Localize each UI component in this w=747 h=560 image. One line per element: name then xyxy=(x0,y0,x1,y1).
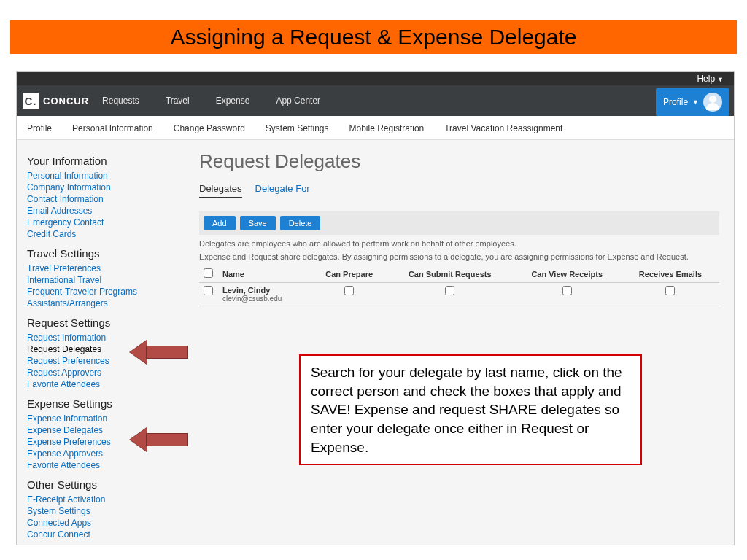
add-button[interactable]: Add xyxy=(204,216,236,230)
row-select-checkbox[interactable] xyxy=(204,286,213,295)
link-emergency-contact[interactable]: Emergency Contact xyxy=(27,217,185,228)
cell-name: Levin, Cindy clevin@csusb.edu xyxy=(218,283,311,306)
heading-travel-settings: Travel Settings xyxy=(27,247,185,260)
subnav-mobile-registration[interactable]: Mobile Registration xyxy=(349,123,425,133)
helper-text-1: Delegates are employees who are allowed … xyxy=(199,239,719,248)
nav-app-center[interactable]: App Center xyxy=(263,96,333,106)
link-email-addresses[interactable]: Email Addresses xyxy=(27,205,185,217)
heading-other-settings: Other Settings xyxy=(27,478,185,491)
link-company-information[interactable]: Company Information xyxy=(27,182,185,193)
tab-delegate-for[interactable]: Delegate For xyxy=(255,183,310,198)
receives-emails-checkbox[interactable] xyxy=(665,286,675,295)
concur-logo-icon: C. xyxy=(23,93,39,109)
link-frequent-traveler-programs[interactable]: Frequent-Traveler Programs xyxy=(27,286,185,298)
subnav-system-settings[interactable]: System Settings xyxy=(266,123,329,133)
help-bar: Help▼ xyxy=(17,72,734,85)
page-title: Request Delegates xyxy=(199,150,719,173)
content-area: Your Information Personal Information Co… xyxy=(17,140,734,545)
table-header-row: Name Can Prepare Can Submit Requests Can… xyxy=(199,265,719,283)
delete-button[interactable]: Delete xyxy=(280,216,321,230)
link-credit-cards[interactable]: Credit Cards xyxy=(27,228,185,240)
select-all-checkbox[interactable] xyxy=(204,268,213,278)
subnav-personal-information[interactable]: Personal Information xyxy=(72,123,153,133)
link-expense-favorite-attendees[interactable]: Favorite Attendees xyxy=(27,459,185,471)
link-request-approvers[interactable]: Request Approvers xyxy=(27,367,185,378)
col-can-submit: Can Submit Requests xyxy=(387,265,512,283)
link-system-settings[interactable]: System Settings xyxy=(27,505,185,517)
heading-expense-settings: Expense Settings xyxy=(27,397,185,410)
can-prepare-checkbox[interactable] xyxy=(344,286,354,295)
button-row: Add Save Delete xyxy=(199,211,719,235)
brand-text: CONCUR xyxy=(43,96,89,106)
arrow-expense-delegates xyxy=(130,427,188,452)
col-name: Name xyxy=(218,265,311,283)
subnav-profile[interactable]: Profile xyxy=(27,123,52,133)
top-nav: C. CONCUR Requests Travel Expense App Ce… xyxy=(17,85,734,116)
link-personal-information[interactable]: Personal Information xyxy=(27,170,185,182)
tab-delegates[interactable]: Delegates xyxy=(199,183,242,198)
delegate-name: Levin, Cindy xyxy=(222,286,270,295)
heading-request-settings: Request Settings xyxy=(27,316,185,329)
nav-travel[interactable]: Travel xyxy=(152,96,203,106)
slide-title: Assigning a Request & Expense Delegate xyxy=(10,20,737,54)
tabs: Delegates Delegate For xyxy=(199,183,719,198)
link-international-travel[interactable]: International Travel xyxy=(27,274,185,286)
avatar-icon xyxy=(703,93,722,112)
help-menu[interactable]: Help▼ xyxy=(697,74,724,84)
col-receives-emails: Receives Emails xyxy=(622,265,719,283)
arrow-request-delegates xyxy=(130,340,188,365)
col-can-view-receipts: Can View Receipts xyxy=(512,265,622,283)
can-submit-checkbox[interactable] xyxy=(445,286,454,295)
nav-requests[interactable]: Requests xyxy=(89,96,152,106)
instruction-callout: Search for your delegate by last name, c… xyxy=(299,354,642,465)
delegate-email: clevin@csusb.edu xyxy=(222,295,306,303)
link-ereceipt-activation[interactable]: E-Receipt Activation xyxy=(27,494,185,505)
nav-expense[interactable]: Expense xyxy=(203,96,263,106)
link-connected-apps[interactable]: Connected Apps xyxy=(27,517,185,529)
col-can-prepare: Can Prepare xyxy=(311,265,387,283)
link-contact-information[interactable]: Contact Information xyxy=(27,193,185,205)
link-concur-connect[interactable]: Concur Connect xyxy=(27,529,185,540)
delegates-table: Name Can Prepare Can Submit Requests Can… xyxy=(199,265,719,306)
sub-nav: Profile Personal Information Change Pass… xyxy=(17,116,734,140)
concur-window: Help▼ C. CONCUR Requests Travel Expense … xyxy=(16,71,735,545)
save-button[interactable]: Save xyxy=(240,216,276,230)
link-travel-preferences[interactable]: Travel Preferences xyxy=(27,262,185,274)
heading-your-information: Your Information xyxy=(27,155,185,167)
main-panel: Request Delegates Delegates Delegate For… xyxy=(185,140,734,545)
table-row: Levin, Cindy clevin@csusb.edu xyxy=(199,283,719,306)
helper-text-2: Expense and Request share delegates. By … xyxy=(199,252,719,261)
link-request-favorite-attendees[interactable]: Favorite Attendees xyxy=(27,378,185,390)
link-expense-information[interactable]: Expense Information xyxy=(27,413,185,424)
link-assistants-arrangers[interactable]: Assistants/Arrangers xyxy=(27,298,185,309)
subnav-change-password[interactable]: Change Password xyxy=(174,123,245,133)
concur-logo[interactable]: C. CONCUR xyxy=(23,93,89,109)
profile-button[interactable]: Profile▼ xyxy=(656,88,729,116)
can-view-receipts-checkbox[interactable] xyxy=(562,286,572,295)
subnav-travel-vacation-reassignment[interactable]: Travel Vacation Reassignment xyxy=(444,123,562,133)
